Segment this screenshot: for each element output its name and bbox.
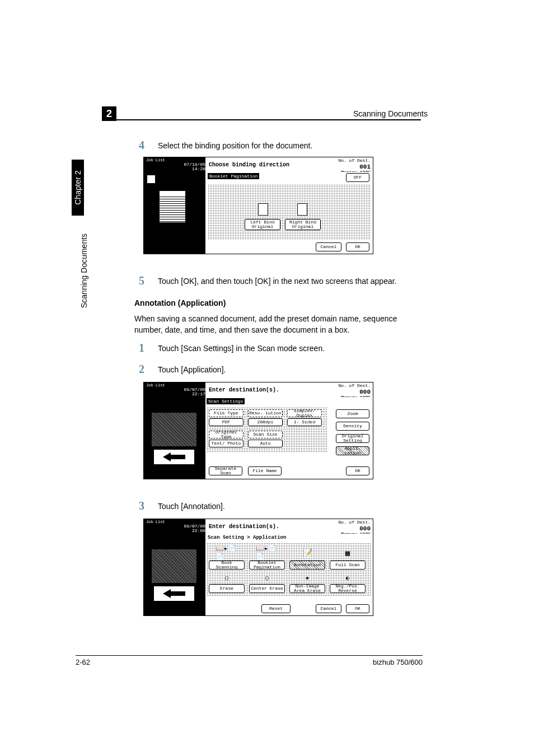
time-label: 14:20 xyxy=(192,166,205,171)
step-text-4: Select the binding position for the docu… xyxy=(158,141,312,150)
erase-icon: ▢ xyxy=(220,573,233,583)
page-number: 2-62 xyxy=(76,658,90,666)
scan-size-button[interactable]: Auto xyxy=(248,440,283,447)
cancel-button[interactable]: Cancel xyxy=(316,604,341,613)
job-list-tab[interactable]: Job List 08/07/06 22:08 xyxy=(144,519,205,534)
reset-button[interactable]: Reset xyxy=(261,604,291,613)
density-button[interactable]: Density xyxy=(336,422,369,431)
back-arrow[interactable] xyxy=(154,450,194,464)
left-bind-icon xyxy=(258,203,268,216)
application-grid: 📖▸📄📄 📖▸📄📄 📝 ▦ Book Scanning Booklet Pagi… xyxy=(207,543,372,596)
booklet-pagination-label: Booklet Pagination xyxy=(208,173,259,179)
original-setting-button[interactable]: Original Setting xyxy=(336,434,369,443)
step-text-2: Touch [Application]. xyxy=(158,365,226,374)
dest-label: No. of Dest. xyxy=(338,520,371,525)
header-rule xyxy=(102,119,421,120)
prompt-text: Enter destination(s). xyxy=(205,519,322,534)
original-type-label: Original Type xyxy=(209,431,243,438)
separate-scan-button[interactable]: Separate Scan xyxy=(209,466,242,475)
step-text-3: Touch [Annotation]. xyxy=(158,502,225,511)
screenshot-booklet-pagination: Job List 07/18/05 14:20 Choose binding d… xyxy=(143,157,373,254)
prompt-text: Enter destination(s). xyxy=(205,382,322,397)
non-image-erase-button[interactable]: Non-Image Area Erase xyxy=(289,584,325,593)
breadcrumb: Scan Setting > Application xyxy=(208,535,286,540)
ok-button[interactable]: OK xyxy=(346,242,369,251)
ok-button[interactable]: OK xyxy=(346,466,369,475)
step-text-5: Touch [OK], and then touch [OK] in the n… xyxy=(158,277,421,286)
step-number-4: 4 xyxy=(139,139,144,152)
annotation-button[interactable]: Annotation xyxy=(289,561,325,570)
sidebar-section-label: Scanning Documents xyxy=(79,234,88,308)
resolution-label: Reso- lution xyxy=(248,409,283,417)
booklet-pagination-button[interactable]: Booklet Pagination xyxy=(249,561,285,570)
annotation-heading: Annotation (Application) xyxy=(134,298,226,307)
options-panel: Left Bind Original Right Bind Original xyxy=(208,184,371,239)
neg-pos-icon: ◐ xyxy=(341,573,354,583)
envelope-icon xyxy=(152,549,196,583)
file-type-label: File Type xyxy=(209,409,243,417)
simplex-button[interactable]: 1- Sided xyxy=(287,418,322,426)
status-area: No. of Dest. 001 Memory 100% xyxy=(322,157,373,172)
envelope-icon xyxy=(152,413,196,446)
page-footer: 2-62 bizhub 750/600 xyxy=(76,655,423,666)
full-scan-icon: ▦ xyxy=(336,546,359,559)
dest-label: No. of Dest. xyxy=(338,383,371,388)
status-area: No. of Dest. 000 Memory 100% xyxy=(322,382,373,397)
prompt-text: Choose binding direction xyxy=(205,157,322,172)
screenshot-scan-settings: Job List 08/07/06 22:17 Enter destinatio… xyxy=(143,382,373,479)
neg-pos-button[interactable]: Neg./Pos. Reverse xyxy=(330,584,366,593)
model-name: bizhub 750/600 xyxy=(373,658,423,666)
off-button[interactable]: OFF xyxy=(346,173,369,182)
right-bind-button[interactable]: Right Bind Original xyxy=(285,219,321,230)
right-bind-icon xyxy=(297,203,307,216)
annotation-description: When saving a scanned document, add the … xyxy=(134,314,423,335)
center-erase-button[interactable]: Center Erase xyxy=(249,584,285,593)
file-name-button[interactable]: File Name xyxy=(248,466,282,475)
application-button[interactable]: Appli- cation xyxy=(336,446,369,455)
center-erase-icon: ▢ xyxy=(260,573,274,583)
step-number-1: 1 xyxy=(139,342,144,354)
booklet-pagination-icon: 📖▸📄📄 xyxy=(256,546,278,559)
status-area: No. of Dest. 000 Memory 100% xyxy=(322,519,373,534)
screenshot-application: Job List 08/07/06 22:08 Enter destinatio… xyxy=(143,519,373,616)
step-text-1: Touch [Scan Settings] in the Scan mode s… xyxy=(158,344,325,353)
sidebar-chapter-box: Chapter 2 xyxy=(72,160,84,216)
time-label: 22:08 xyxy=(192,528,205,533)
settings-panel: File Type PDF Reso- lution 200dpi Simple… xyxy=(207,407,327,452)
ok-button[interactable]: OK xyxy=(346,604,369,613)
scan-settings-label: Scan Settings xyxy=(207,398,245,404)
original-type-button[interactable]: Text/ Photo xyxy=(209,440,243,447)
annotation-icon: 📝 xyxy=(296,546,318,559)
sidebar-chapter-label: Chapter 2 xyxy=(73,170,82,204)
left-bind-button[interactable]: Left Bind Original xyxy=(245,219,280,230)
step-number-3: 3 xyxy=(139,500,144,512)
simplex-label: Simplex/ Duplex xyxy=(287,409,322,417)
file-type-button[interactable]: PDF xyxy=(209,418,243,426)
preview-panel xyxy=(144,397,205,479)
scan-size-label: Scan Size xyxy=(248,431,283,438)
zoom-button[interactable]: Zoom xyxy=(336,409,369,418)
dest-label: No. of Dest. xyxy=(338,158,371,163)
job-list-tab[interactable]: Job List 08/07/06 22:17 xyxy=(144,382,205,397)
resolution-button[interactable]: 200dpi xyxy=(248,418,283,426)
document-preview-icon xyxy=(160,191,185,222)
running-header: Scanning Documents xyxy=(353,109,428,118)
full-scan-button[interactable]: Full Scan xyxy=(330,561,366,570)
book-scanning-icon: 📖▸📄📄 xyxy=(216,546,238,559)
book-scanning-button[interactable]: Book Scanning xyxy=(209,561,245,570)
job-list-tab[interactable]: Job List 07/18/05 14:20 xyxy=(144,157,205,172)
erase-button[interactable]: Erase xyxy=(209,584,245,593)
back-arrow[interactable] xyxy=(154,586,194,601)
preview-panel xyxy=(144,172,205,254)
step-number-5: 5 xyxy=(139,274,144,287)
cancel-button[interactable]: Cancel xyxy=(316,242,341,251)
preview-panel xyxy=(144,534,205,615)
time-label: 22:17 xyxy=(192,391,205,396)
step-number-2: 2 xyxy=(139,363,144,376)
non-image-erase-icon: ◈ xyxy=(301,573,314,583)
